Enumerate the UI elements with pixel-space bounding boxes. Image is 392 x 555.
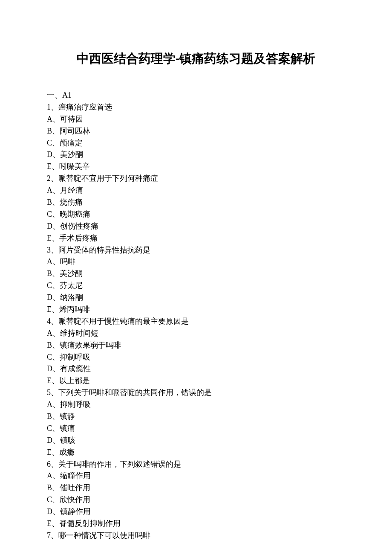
question-option: C、镇痛 [47,423,345,435]
question-option: D、镇静作用 [47,506,345,518]
question-option: A、抑制呼吸 [47,399,345,411]
question-text: 2、哌替啶不宜用于下列何种痛症 [47,173,345,185]
questions-container: 1、癌痛治疗应首选A、可待因B、阿司匹林C、颅痛定D、美沙酮E、吲哚美辛2、哌替… [47,102,345,542]
question: 6、关于吗啡的作用，下列叙述错误的是A、缩瞳作用B、催吐作用C、欣快作用D、镇静… [47,459,345,530]
question-option: B、美沙酮 [47,268,345,280]
question-option: D、美沙酮 [47,149,345,161]
question-option: A、吗啡 [47,256,345,268]
question-option: E、烯丙吗啡 [47,304,345,316]
question-option: E、吲哚美辛 [47,161,345,173]
question-option: A、可待因 [47,113,345,125]
question-option: B、镇痛效果弱于吗啡 [47,340,345,352]
question-option: C、欣快作用 [47,494,345,506]
question-option: B、催吐作用 [47,482,345,494]
question-text: 7、哪一种情况下可以使用吗啡 [47,530,345,542]
question-option: A、月经痛 [47,185,345,197]
question-option: B、镇静 [47,411,345,423]
question-option: D、创伤性疼痛 [47,221,345,232]
question-option: A、维持时间短 [47,328,345,340]
question-option: A、缩瞳作用 [47,470,345,482]
question-option: E、手术后疼痛 [47,232,345,244]
question-option: B、烧伤痛 [47,197,345,209]
question-text: 1、癌痛治疗应首选 [47,102,345,113]
question-option: C、抑制呼吸 [47,352,345,363]
question: 4、哌替啶不用于慢性钝痛的最主要原因是A、维持时间短B、镇痛效果弱于吗啡C、抑制… [47,316,345,387]
question-option: E、以上都是 [47,375,345,387]
question: 3、阿片受体的特异性拮抗药是A、吗啡B、美沙酮C、芬太尼D、纳洛酮E、烯丙吗啡 [47,244,345,316]
question: 1、癌痛治疗应首选A、可待因B、阿司匹林C、颅痛定D、美沙酮E、吲哚美辛 [47,102,345,173]
question-text: 3、阿片受体的特异性拮抗药是 [47,244,345,256]
question-text: 5、下列关于吗啡和哌替啶的共同作用，错误的是 [47,387,345,399]
section-label: 一、A1 [47,90,345,102]
question-option: D、纳洛酮 [47,292,345,304]
question-text: 6、关于吗啡的作用，下列叙述错误的是 [47,459,345,471]
question-option: C、芬太尼 [47,280,345,292]
question-option: B、阿司匹林 [47,125,345,137]
question-option: C、晚期癌痛 [47,209,345,221]
question-option: D、有成瘾性 [47,363,345,375]
question-option: E、成瘾 [47,447,345,459]
question-text: 4、哌替啶不用于慢性钝痛的最主要原因是 [47,316,345,328]
question-option: C、颅痛定 [47,137,345,149]
page-title: 中西医结合药理学-镇痛药练习题及答案解析 [47,49,345,68]
question: 5、下列关于吗啡和哌替啶的共同作用，错误的是A、抑制呼吸B、镇静C、镇痛D、镇咳… [47,387,345,458]
question-option: E、脊髓反射抑制作用 [47,518,345,530]
question: 7、哪一种情况下可以使用吗啡 [47,530,345,542]
question: 2、哌替啶不宜用于下列何种痛症A、月经痛B、烧伤痛C、晚期癌痛D、创伤性疼痛E、… [47,173,345,244]
question-option: D、镇咳 [47,435,345,447]
